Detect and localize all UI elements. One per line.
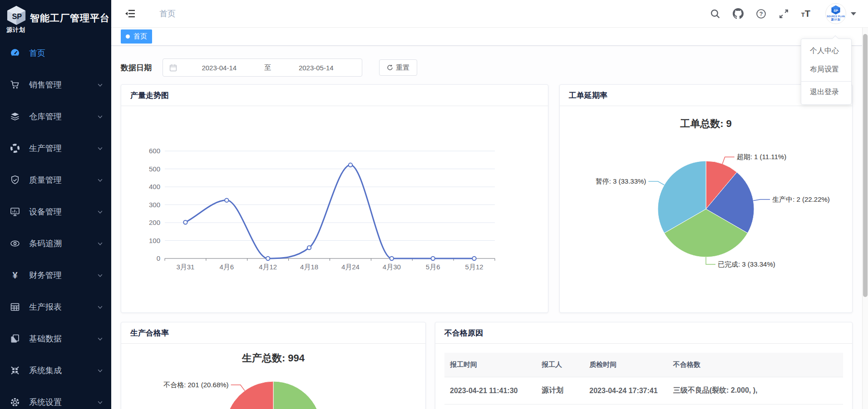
date-range-input[interactable]: 2023-04-14 至 2023-05-14 bbox=[163, 58, 362, 77]
user-menu-item-退出登录[interactable]: 退出登录 bbox=[801, 81, 851, 102]
svg-text:SP: SP bbox=[12, 12, 22, 20]
user-menu-item-个人中心[interactable]: 个人中心 bbox=[801, 42, 851, 60]
svg-text:不合格: 201 (20.68%): 不合格: 201 (20.68%) bbox=[163, 381, 228, 389]
pass-pie-chart: 生产总数: 994 不合格: 201 (20.68%) bbox=[121, 344, 425, 409]
sidebar-item-系统设置[interactable]: 系统设置 bbox=[0, 386, 111, 409]
search-icon[interactable] bbox=[710, 9, 720, 19]
chevron-down-icon bbox=[97, 241, 103, 247]
chevron-down-icon bbox=[97, 82, 103, 88]
svg-text:500: 500 bbox=[149, 165, 160, 173]
svg-text:5月12: 5月12 bbox=[465, 263, 483, 271]
sidebar-item-质量管理[interactable]: 质量管理 bbox=[0, 164, 111, 196]
tags-view-bar: 首页 bbox=[111, 28, 868, 46]
svg-text:SP: SP bbox=[833, 9, 838, 13]
gear-icon bbox=[10, 397, 20, 408]
end-date-value: 2023-05-14 bbox=[277, 64, 356, 72]
sidebar-item-生产报表[interactable]: 生产报表 bbox=[0, 291, 111, 323]
delay-pie-title: 工单总数: 9 bbox=[560, 117, 852, 131]
svg-text:4月30: 4月30 bbox=[383, 263, 401, 271]
card-production-pass: 生产合格率 生产总数: 994 不合格: 201 (20.68%) bbox=[121, 322, 426, 409]
sidebar-item-系统集成[interactable]: 系统集成 bbox=[0, 355, 111, 386]
reset-button-label: 重置 bbox=[396, 63, 409, 72]
svg-text:4月6: 4月6 bbox=[219, 263, 234, 271]
svg-text:4月12: 4月12 bbox=[259, 263, 277, 271]
chevron-down-icon bbox=[97, 177, 103, 183]
svg-text:超期: 1 (11.11%): 超期: 1 (11.11%) bbox=[737, 153, 786, 161]
avatar-brand-cn: 源计划 bbox=[831, 18, 841, 22]
eye-icon bbox=[10, 238, 20, 249]
chevron-down-icon bbox=[97, 304, 103, 310]
sidebar-item-label: 首页 bbox=[29, 48, 103, 58]
tag-active-dot bbox=[126, 34, 130, 39]
sidebar-item-财务管理[interactable]: ¥财务管理 bbox=[0, 259, 111, 291]
table-column-header: 质检时间 bbox=[584, 353, 667, 377]
font-size-icon[interactable]: TT bbox=[801, 9, 810, 19]
sidebar-item-生产管理[interactable]: 生产管理 bbox=[0, 132, 111, 164]
github-icon[interactable] bbox=[733, 8, 744, 19]
production-icon bbox=[10, 143, 20, 154]
svg-text:¥: ¥ bbox=[12, 270, 18, 280]
card-title-delay: 工单延期率 bbox=[569, 90, 607, 101]
app-title: 智能工厂管理平台 bbox=[30, 12, 110, 24]
sidebar: SP 源计划 智能工厂管理平台 首页销售管理仓库管理生产管理质量管理设备管理条码… bbox=[0, 0, 111, 409]
cart-icon bbox=[10, 79, 20, 90]
date-filter-label: 数据日期 bbox=[121, 63, 152, 73]
reset-button[interactable]: 重置 bbox=[379, 59, 417, 76]
sidebar-item-label: 生产报表 bbox=[29, 302, 97, 312]
brand-name: 源计划 bbox=[2, 26, 30, 34]
page-scrollbar-track[interactable] bbox=[862, 28, 868, 409]
sidebar-item-label: 条码追溯 bbox=[29, 238, 97, 249]
sidebar-item-仓库管理[interactable]: 仓库管理 bbox=[0, 101, 111, 132]
sidebar-menu: 首页销售管理仓库管理生产管理质量管理设备管理条码追溯¥财务管理生产报表基础数据系… bbox=[0, 37, 111, 409]
chevron-down-icon bbox=[97, 273, 103, 278]
table-cell: 2023-04-21 11:41:30 bbox=[444, 377, 536, 404]
user-dropdown-menu: 个人中心布局设置退出登录 bbox=[801, 39, 852, 105]
chevron-down-icon bbox=[97, 209, 103, 215]
dashboard-icon bbox=[10, 48, 20, 58]
yen-icon: ¥ bbox=[10, 270, 20, 281]
svg-text:4月24: 4月24 bbox=[341, 263, 360, 271]
sidebar-item-label: 财务管理 bbox=[29, 270, 97, 281]
pass-pie-title: 生产总数: 994 bbox=[121, 351, 425, 365]
svg-text:100: 100 bbox=[149, 237, 160, 244]
chevron-down-icon bbox=[97, 368, 103, 374]
page-content: 数据日期 2023-04-14 至 2023-05-14 重置 bbox=[111, 46, 868, 409]
tag-home[interactable]: 首页 bbox=[121, 29, 152, 44]
sidebar-item-基础数据[interactable]: 基础数据 bbox=[0, 323, 111, 355]
sidebar-item-label: 系统集成 bbox=[29, 365, 97, 376]
tag-label: 首页 bbox=[133, 32, 147, 41]
caret-down-icon[interactable] bbox=[851, 12, 856, 15]
start-date-value: 2023-04-14 bbox=[180, 64, 259, 72]
page-scrollbar-thumb[interactable] bbox=[863, 34, 868, 297]
chevron-down-icon bbox=[97, 399, 103, 405]
svg-text:?: ? bbox=[760, 11, 763, 17]
dashboard-cards: 产量走势图 01002003004005006003月314月64月124月18… bbox=[121, 84, 853, 409]
fullscreen-icon[interactable] bbox=[779, 9, 789, 19]
svg-text:暂停: 3 (33.33%): 暂停: 3 (33.33%) bbox=[596, 177, 646, 185]
compress-icon bbox=[10, 365, 20, 376]
sidebar-item-设备管理[interactable]: 设备管理 bbox=[0, 196, 111, 228]
avatar-image: SP SOURCE PLAN 源计划 bbox=[825, 3, 846, 24]
user-menu-item-布局设置[interactable]: 布局设置 bbox=[801, 60, 851, 79]
sidebar-item-条码追溯[interactable]: 条码追溯 bbox=[0, 228, 111, 259]
chevron-down-icon bbox=[97, 146, 103, 151]
svg-text:0: 0 bbox=[157, 254, 160, 262]
sidebar-item-首页[interactable]: 首页 bbox=[0, 37, 111, 69]
user-avatar[interactable]: SP SOURCE PLAN 源计划 bbox=[825, 3, 856, 24]
help-icon[interactable]: ? bbox=[756, 9, 766, 19]
sidebar-fold-icon[interactable] bbox=[125, 9, 136, 18]
breadcrumb[interactable]: 首页 bbox=[159, 8, 176, 19]
calendar-icon bbox=[169, 64, 177, 72]
table-cell: 2023-04-24 17:37:41 bbox=[584, 377, 667, 404]
brand-cube-icon: SP bbox=[6, 6, 27, 25]
table-row: 2023-04-21 11:41:30源计划2023-04-24 17:37:4… bbox=[444, 377, 843, 404]
svg-text:4月18: 4月18 bbox=[300, 263, 318, 271]
app-logo-link[interactable]: SP 源计划 智能工厂管理平台 bbox=[0, 0, 111, 37]
defect-table: 报工时间报工人质检时间不合格数 2023-04-21 11:41:30源计划20… bbox=[444, 353, 843, 404]
card-defect-reasons: 不合格原因 报工时间报工人质检时间不合格数 2023-04-21 11:41:3… bbox=[435, 322, 853, 409]
sidebar-item-label: 销售管理 bbox=[29, 79, 97, 90]
shield-icon bbox=[10, 175, 20, 185]
sidebar-item-label: 质量管理 bbox=[29, 175, 97, 185]
svg-text:300: 300 bbox=[149, 201, 160, 209]
sidebar-item-销售管理[interactable]: 销售管理 bbox=[0, 69, 111, 101]
